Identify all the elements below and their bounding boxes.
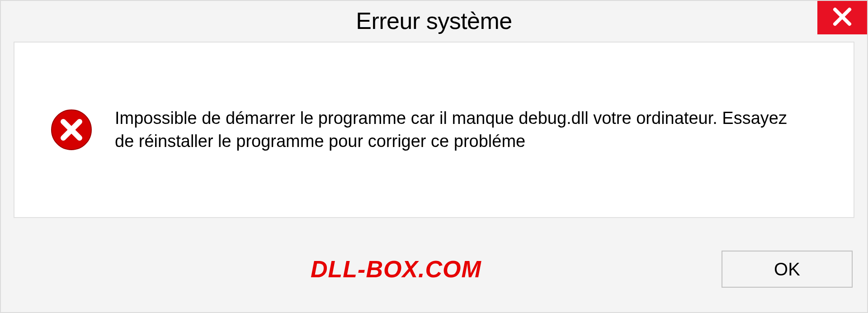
titlebar: Erreur système (1, 1, 867, 41)
error-icon (51, 109, 92, 151)
watermark-text: DLL-BOX.COM (311, 256, 481, 283)
ok-button[interactable]: OK (722, 251, 853, 288)
error-dialog-window: Erreur système Impossible de démarrer le… (0, 0, 868, 313)
dialog-title: Erreur système (356, 7, 512, 34)
dialog-footer: DLL-BOX.COM OK (1, 226, 867, 312)
error-message: Impossible de démarrer le programme car … (115, 107, 793, 153)
content-panel: Impossible de démarrer le programme car … (14, 42, 854, 218)
close-button[interactable] (817, 1, 867, 34)
close-icon (832, 7, 852, 28)
